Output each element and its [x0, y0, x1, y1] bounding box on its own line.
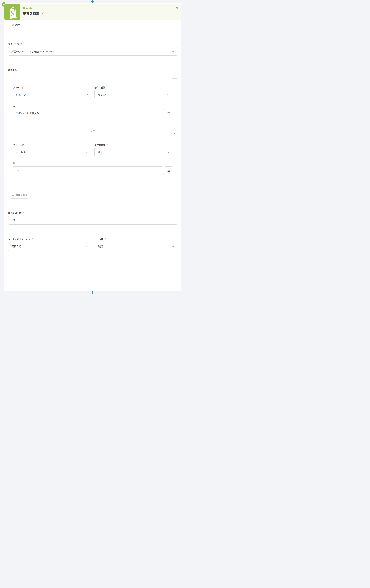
required-asterisk: *: [21, 43, 22, 45]
status-value: 顧客のアカウントが有効 (ENABLED): [11, 50, 53, 53]
required-asterisk: *: [25, 86, 26, 88]
field-label: フィールド: [13, 86, 24, 89]
condition-1-operator-value: 含まない: [98, 93, 108, 96]
connection-select[interactable]: Shopify: [8, 21, 177, 29]
field-label: フィールド: [13, 144, 24, 147]
shopify-logo: S: [4, 4, 20, 20]
sort-order-label: ソート順: [95, 238, 103, 241]
sort-field-value: 更新日時: [11, 245, 21, 248]
chevron-down-icon: [172, 246, 174, 247]
max-results-input[interactable]: [8, 216, 177, 225]
required-asterisk: *: [32, 238, 33, 240]
condition-1-value-input[interactable]: [13, 109, 163, 117]
remove-condition-2-button[interactable]: [172, 131, 177, 136]
list-icon: [167, 112, 170, 115]
plus-icon: [12, 194, 14, 197]
value-label: 値: [13, 162, 15, 165]
close-icon: [173, 74, 176, 77]
sort-order-select[interactable]: 降順: [95, 242, 177, 251]
required-asterisk: *: [23, 212, 23, 214]
operator-label: 条件の種類: [94, 86, 105, 89]
status-section: ステータス* 顧客のアカウントが有効 (ENABLED): [8, 43, 177, 56]
step-title: 顧客を検索: [23, 11, 39, 15]
flow-connector-line: [92, 291, 93, 294]
required-asterisk: *: [105, 238, 106, 240]
condition-1-field-select[interactable]: 顧客タグ: [13, 91, 91, 99]
conditions-box: フィールド* 顧客タグ 条件の種類*: [8, 73, 177, 187]
list-icon: [167, 169, 170, 172]
max-results-label: 最大取得件数: [8, 212, 21, 215]
value-label: 値: [13, 105, 15, 107]
add-condition-button[interactable]: 項目を追加: [8, 192, 31, 199]
required-asterisk: *: [107, 144, 108, 146]
condition-2-variable-picker-button[interactable]: [164, 167, 173, 175]
required-asterisk: *: [23, 16, 24, 19]
chevron-down-icon: [86, 152, 88, 153]
connection-value: Shopify: [11, 23, 20, 26]
status-select[interactable]: 顧客のアカウントが有効 (ENABLED): [8, 47, 177, 56]
sort-field-select[interactable]: 更新日時: [8, 242, 91, 251]
condition-2-value-input[interactable]: [13, 167, 163, 175]
condition-1-field-value: 顧客タグ: [16, 93, 26, 96]
chevron-down-icon: [86, 246, 88, 247]
required-asterisk: *: [25, 144, 26, 146]
chevron-down-icon: [172, 51, 174, 52]
required-asterisk: *: [16, 105, 17, 107]
search-conditions-label: 検索条件: [8, 69, 17, 72]
step-header: Shopify 顧客を検索: [4, 4, 181, 20]
search-conditions-section: 検索条件 フィールド*: [8, 69, 177, 199]
required-asterisk: *: [107, 86, 108, 88]
shopify-bag-icon: S: [4, 4, 20, 20]
edit-title-button[interactable]: [42, 12, 44, 15]
chevron-down-icon: [86, 94, 88, 95]
trash-icon: [175, 6, 178, 10]
chevron-down-icon: [167, 152, 169, 153]
condition-2-field-value: 注文回数: [16, 151, 26, 154]
condition-2-operator-value: 以上: [98, 151, 103, 154]
condition-joiner: かつ: [88, 129, 97, 132]
chevron-down-icon: [172, 24, 174, 26]
condition-1-variable-picker-button[interactable]: [164, 109, 173, 117]
add-condition-label: 項目を追加: [16, 194, 27, 197]
status-label: ステータス: [8, 43, 19, 46]
sort-field-label: ソートするフィールド: [8, 238, 31, 241]
sort-field-section: ソートするフィールド* 更新日時: [8, 238, 91, 251]
step-card: Shopify 顧客を検索 S: [4, 3, 181, 291]
remove-condition-1-button[interactable]: [172, 73, 177, 79]
condition-2-operator-select[interactable]: 以上: [94, 148, 173, 156]
chevron-down-icon: [167, 94, 169, 95]
required-asterisk: *: [16, 162, 17, 164]
app-name: Shopify: [23, 7, 44, 10]
flow-connector-arrow-icon: [90, 0, 95, 3]
close-icon: [173, 132, 176, 135]
condition-1-operator-select[interactable]: 含まない: [94, 91, 173, 99]
condition-group-1: フィールド* 顧客タグ 条件の種類*: [8, 73, 177, 131]
condition-2-field-select[interactable]: 注文回数: [13, 148, 91, 156]
condition-group-2: かつ フィールド* 注文回数: [8, 131, 177, 187]
delete-step-button[interactable]: [175, 6, 179, 10]
sort-order-section: ソート順* 降順: [95, 238, 177, 251]
operator-label: 条件の種類: [94, 144, 105, 147]
pencil-icon: [42, 12, 44, 15]
sort-order-value: 降順: [98, 245, 103, 248]
max-results-section: 最大取得件数*: [8, 212, 177, 225]
